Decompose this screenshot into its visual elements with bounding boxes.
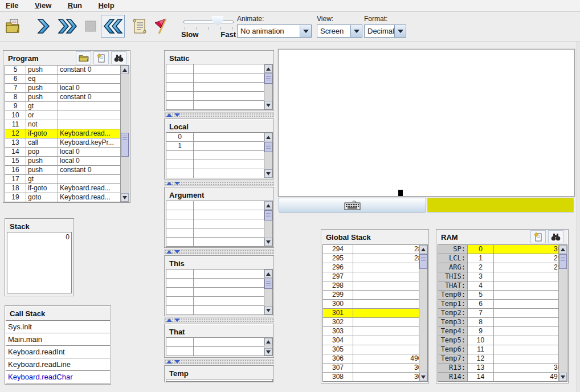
run-button[interactable]	[56, 15, 80, 38]
scroll-down-icon[interactable]	[121, 193, 129, 202]
scroll-down-icon[interactable]	[419, 373, 427, 381]
local-scrollbar[interactable]	[264, 133, 272, 178]
global-stack-row[interactable]: 299 0	[323, 291, 427, 300]
static-scrollbar[interactable]	[264, 64, 272, 109]
stop-button[interactable]	[80, 15, 101, 38]
global-stack-row[interactable]: 303 0	[323, 327, 427, 336]
global-stack-row[interactable]: 300 0	[323, 300, 427, 309]
argument-scrollbar[interactable]	[264, 201, 272, 246]
view-dropdown-button[interactable]	[350, 25, 362, 37]
segment-row[interactable]	[166, 279, 272, 288]
program-row[interactable]: 9 gt	[5, 102, 129, 111]
splitter[interactable]	[164, 359, 274, 364]
menu-file[interactable]: File	[5, 0, 24, 11]
ram-row[interactable]: Temp5: 10 0	[438, 336, 567, 345]
ram-row[interactable]: ARG: 2 293	[438, 263, 567, 272]
scroll-down-icon[interactable]	[559, 373, 567, 381]
global-stack-row[interactable]: 306 4900	[323, 354, 427, 364]
program-open-button[interactable]	[76, 51, 91, 64]
global-stack-row[interactable]: 294 288	[323, 245, 427, 254]
program-search-button[interactable]	[111, 51, 126, 64]
ram-scrollbar[interactable]	[558, 245, 567, 381]
segment-row[interactable]	[166, 338, 272, 347]
menu-view[interactable]: View	[34, 0, 57, 11]
program-row[interactable]: 10 or	[5, 111, 129, 120]
that-scrollbar[interactable]	[264, 338, 272, 356]
call-stack-item[interactable]: Keyboard.readInt	[6, 346, 110, 358]
program-row[interactable]: 16 push constant 0	[5, 166, 129, 175]
ram-row[interactable]: THIS: 3 0	[438, 272, 567, 281]
global-stack-row[interactable]: 298 0	[323, 281, 427, 291]
segment-row[interactable]	[166, 101, 272, 110]
program-row[interactable]: 7 push local 0	[5, 84, 129, 93]
scroll-up-icon[interactable]	[264, 201, 272, 210]
ram-row[interactable]: Temp1: 6 0	[438, 300, 567, 309]
ram-row[interactable]: SP: 0 301	[438, 245, 567, 254]
global-stack-row[interactable]: 308 300	[323, 373, 427, 382]
breakpoints-button[interactable]	[150, 15, 172, 38]
segment-row[interactable]	[166, 151, 272, 160]
menu-run[interactable]: Run	[67, 0, 88, 11]
call-stack-item[interactable]: Main.main	[6, 333, 110, 346]
global-stack-row[interactable]: 304 0	[323, 336, 427, 345]
speed-slider[interactable]: Slow Fast	[181, 13, 236, 40]
segment-row[interactable]	[166, 74, 272, 83]
segment-row[interactable]	[166, 288, 272, 297]
program-flow-button[interactable]	[129, 15, 150, 38]
ram-row[interactable]: THAT: 4 0	[438, 281, 567, 291]
call-stack-item[interactable]: Keyboard.readLine	[6, 358, 110, 371]
scroll-down-icon[interactable]	[264, 348, 272, 356]
segment-row[interactable]	[166, 347, 272, 356]
scroll-up-icon[interactable]	[264, 64, 272, 73]
reset-button[interactable]	[101, 15, 125, 38]
ram-row[interactable]: Temp6: 11 0	[438, 345, 567, 354]
keyboard-button[interactable]	[279, 198, 426, 213]
scroll-up-icon[interactable]	[264, 338, 272, 345]
program-scrollbar[interactable]	[120, 66, 129, 202]
segment-row[interactable]	[166, 228, 272, 238]
global-stack-row[interactable]: 296 0	[323, 263, 427, 272]
program-row[interactable]: 18 if-goto Keyboard.read...	[5, 184, 129, 193]
program-row[interactable]: 5 push constant 0	[5, 66, 129, 75]
speed-slider-track[interactable]	[183, 21, 234, 23]
global-stack-scrollbar[interactable]	[419, 245, 427, 381]
scroll-up-icon[interactable]	[264, 270, 272, 278]
segment-row[interactable]	[166, 306, 272, 315]
program-row[interactable]: 13 call Keyboard.keyPr...	[5, 138, 129, 148]
format-select[interactable]: Decimal	[364, 24, 406, 38]
segment-row[interactable]	[166, 238, 272, 247]
program-row[interactable]: 19 goto Keyboard.read...	[5, 193, 129, 202]
program-row[interactable]: 11 not	[5, 120, 129, 129]
program-row[interactable]: 15 push local 0	[5, 157, 129, 166]
global-stack-row[interactable]: 297 0	[323, 272, 427, 281]
ram-row[interactable]: Temp4: 9 0	[438, 327, 567, 336]
segment-row[interactable]	[166, 92, 272, 101]
segment-row[interactable]	[166, 169, 272, 178]
this-scrollbar[interactable]	[264, 270, 272, 315]
format-dropdown-button[interactable]	[394, 25, 406, 37]
call-stack-item[interactable]: Keyboard.readChar	[6, 371, 110, 383]
splitter[interactable]	[164, 249, 274, 254]
speed-slider-thumb[interactable]	[212, 16, 223, 26]
stack-row[interactable]: 0	[7, 232, 71, 242]
program-row[interactable]: 8 push constant 0	[5, 93, 129, 102]
segment-row[interactable]	[166, 219, 272, 228]
ram-row[interactable]: Temp3: 8 0	[438, 318, 567, 327]
program-scrollbar-thumb[interactable]	[121, 133, 129, 157]
ram-clear-button[interactable]	[530, 230, 546, 243]
call-stack-item[interactable]: Sys.init	[6, 321, 110, 333]
scroll-up-icon[interactable]	[559, 245, 567, 254]
segment-row[interactable]	[166, 201, 272, 210]
scroll-down-icon[interactable]	[264, 238, 272, 246]
global-stack-row[interactable]: 307 305	[323, 364, 427, 373]
ram-search-button[interactable]	[548, 230, 563, 243]
segment-row[interactable]: 0 0	[166, 133, 272, 142]
segment-row[interactable]	[166, 64, 272, 74]
animate-select[interactable]: No animation	[237, 24, 312, 38]
segment-row[interactable]	[166, 210, 272, 219]
ram-row[interactable]: LCL: 1 298	[438, 254, 567, 263]
splitter[interactable]	[164, 181, 274, 186]
scroll-up-icon[interactable]	[121, 66, 129, 74]
load-program-button[interactable]	[3, 15, 24, 38]
program-row[interactable]: 17 gt	[5, 175, 129, 184]
